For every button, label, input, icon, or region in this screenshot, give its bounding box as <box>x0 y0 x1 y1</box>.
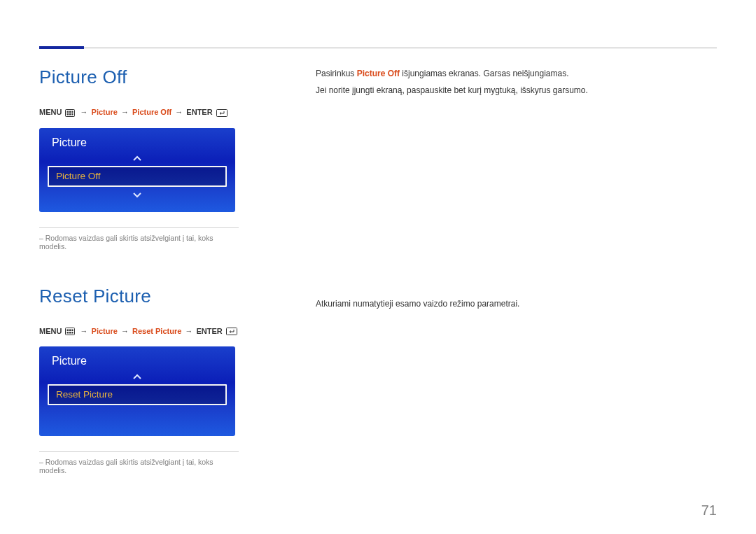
svg-rect-0 <box>66 109 75 116</box>
ui-header: Picture <box>48 136 227 149</box>
left-column: Picture Off MENU → Picture → Picture Off… <box>39 66 239 475</box>
nav-picture-off: Picture Off <box>132 108 172 116</box>
chevron-up-icon <box>48 372 227 381</box>
section2-ui-preview: Picture Reset Picture <box>39 346 235 436</box>
nav-arrow: → <box>80 327 88 335</box>
enter-icon <box>226 328 237 335</box>
desc-text: Pasirinkus <box>316 69 357 78</box>
divider <box>39 227 239 228</box>
section1-footnote: – Rodomas vaizdas gali skirtis atsižvelg… <box>39 234 239 251</box>
top-divider-accent <box>39 46 84 49</box>
chevron-up-icon <box>48 153 227 163</box>
section2-nav-path: MENU → Picture → Reset Picture → ENTER <box>39 327 239 336</box>
nav-arrow: → <box>121 327 129 335</box>
section1-nav-path: MENU → Picture → Picture Off → ENTER <box>39 108 239 117</box>
enter-icon <box>216 109 227 117</box>
nav-arrow: → <box>175 108 183 116</box>
nav-reset-picture: Reset Picture <box>132 327 181 335</box>
nav-picture: Picture <box>92 327 118 335</box>
svg-rect-13 <box>69 332 71 334</box>
ui-highlighted-item: Picture Off <box>48 166 227 187</box>
nav-enter-label: ENTER <box>186 108 212 116</box>
menu-icon <box>65 328 75 335</box>
section1-title: Picture Off <box>39 66 239 88</box>
svg-rect-3 <box>72 111 74 113</box>
svg-rect-10 <box>69 330 71 332</box>
section1-ui-preview: Picture Picture Off <box>39 128 235 212</box>
section1-desc-line2: Jei norite įjungti ekraną, paspauskite b… <box>316 83 717 97</box>
svg-rect-5 <box>69 113 71 115</box>
divider <box>39 451 239 452</box>
section2-desc: Atkuriami numatytieji esamo vaizdo režim… <box>316 297 717 311</box>
svg-rect-4 <box>67 113 69 115</box>
chevron-down-icon <box>48 190 227 199</box>
desc-highlight: Picture Off <box>357 69 400 78</box>
svg-rect-8 <box>66 328 75 335</box>
nav-arrow: → <box>121 108 129 116</box>
top-divider <box>39 48 717 48</box>
nav-arrow: → <box>185 327 192 335</box>
menu-icon <box>65 109 75 117</box>
svg-rect-6 <box>72 113 74 115</box>
ui-bottom-pad <box>48 408 227 423</box>
svg-rect-12 <box>67 332 69 334</box>
spacer <box>316 101 717 297</box>
spacer <box>39 251 239 286</box>
nav-menu-label: MENU <box>39 327 62 335</box>
svg-rect-14 <box>72 332 74 334</box>
nav-menu-label: MENU <box>39 108 62 116</box>
section1-desc: Pasirinkus Picture Off išjungiamas ekran… <box>316 66 717 80</box>
ui-highlighted-item: Reset Picture <box>48 384 227 405</box>
page-number: 71 <box>701 503 717 519</box>
section2-title: Reset Picture <box>39 286 239 307</box>
svg-rect-2 <box>69 111 71 113</box>
desc-text: išjungiamas ekranas. Garsas neišjungiama… <box>400 69 568 78</box>
svg-rect-1 <box>67 111 69 113</box>
nav-arrow: → <box>80 108 88 116</box>
svg-rect-11 <box>72 330 74 332</box>
svg-rect-9 <box>67 330 69 332</box>
section2-footnote: – Rodomas vaizdas gali skirtis atsižvelg… <box>39 458 239 475</box>
ui-header: Picture <box>48 355 227 367</box>
right-column: Pasirinkus Picture Off išjungiamas ekran… <box>316 66 717 475</box>
nav-picture: Picture <box>92 108 118 116</box>
page: Picture Off MENU → Picture → Picture Off… <box>0 0 756 534</box>
nav-enter-label: ENTER <box>196 327 222 335</box>
content-columns: Picture Off MENU → Picture → Picture Off… <box>39 66 717 475</box>
